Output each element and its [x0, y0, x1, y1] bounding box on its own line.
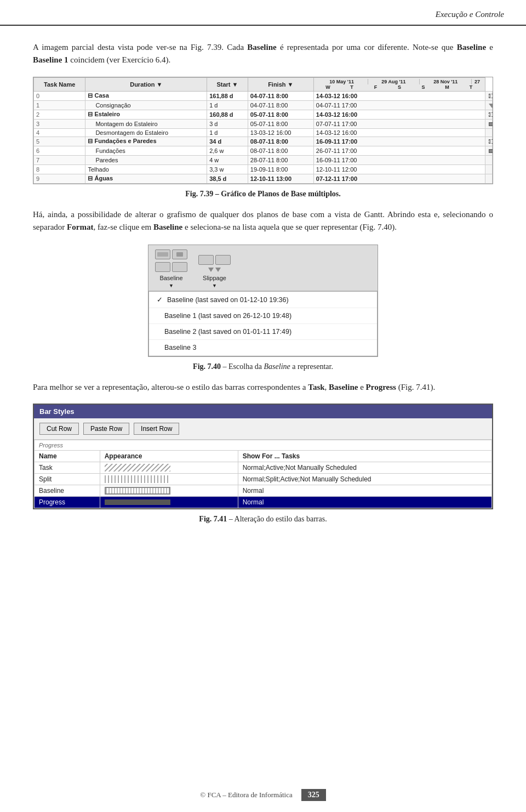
fig741-caption: Fig. 7.41 – Alteração do estilo das barr…	[33, 515, 493, 524]
baseline-dropdown: Baseline ▼ Slippage ▼	[148, 245, 378, 357]
row-appearance	[100, 485, 238, 497]
row-id: 7	[34, 155, 85, 164]
cut-row-button[interactable]: Cut Row	[39, 423, 79, 435]
gantt-table: Task Name Duration ▼ Start ▼ Finish ▼ 10…	[33, 77, 493, 184]
col-finish: Finish ▼	[248, 77, 313, 91]
duration: 161,88 d	[207, 91, 248, 100]
row-name: Split	[35, 474, 100, 485]
finish: 14-03-12 16:00	[313, 91, 485, 100]
table-row: 8 Telhado 3,3 w 19-09-11 8:00 12-10-11 1…	[34, 164, 493, 174]
duration: 1 d	[207, 100, 248, 110]
table-row: 9 ⊟ Águas 38,5 d 12-10-11 13:00 07-12-11…	[34, 174, 493, 183]
start: 05-07-11 8:00	[248, 110, 313, 119]
paste-row-button[interactable]: Paste Row	[83, 423, 129, 435]
col-start: Start ▼	[207, 77, 248, 91]
finish: 14-03-12 16:00	[313, 128, 485, 137]
row-id: 3	[34, 119, 85, 128]
duration: 3 d	[207, 119, 248, 128]
bar-cell	[485, 164, 493, 174]
bar-cell	[485, 155, 493, 164]
duration: 38,5 d	[207, 174, 248, 183]
row-show-for: Normal;Split;Active;Not Manually Schedul…	[238, 474, 491, 485]
start: 08-07-11 8:00	[248, 146, 313, 155]
bar-styles-table: Progress Name Appearance Show For ... Ta…	[34, 440, 492, 508]
row-id: 4	[34, 128, 85, 137]
row-show-for: Normal	[238, 485, 491, 497]
row-id: 9	[34, 174, 85, 183]
task-name: Fundações	[85, 146, 207, 155]
finish: 16-09-11 17:00	[313, 155, 485, 164]
duration: 34 d	[207, 137, 248, 146]
row-name: Task	[35, 462, 100, 474]
baseline-menu-item-1[interactable]: Baseline 1 (last saved on 26-12-10 19:48…	[149, 308, 377, 324]
row-id: 8	[34, 164, 85, 174]
header-title: Execução e Controle	[436, 10, 504, 19]
table-row: 6 Fundações 2,6 w 08-07-11 8:00 26-07-11…	[34, 146, 493, 155]
start: 12-10-11 13:00	[248, 174, 313, 183]
table-row: Split Normal;Split;Active;Not Manually S…	[35, 474, 492, 485]
start: 28-07-11 8:00	[248, 155, 313, 164]
table-row: 2 ⊟ Estaleiro 160,88 d 05-07-11 8:00 14-…	[34, 110, 493, 119]
task-name: ⊟ Águas	[85, 174, 207, 183]
row-appearance	[100, 474, 238, 485]
baseline-menu-item-3[interactable]: Baseline 3	[149, 340, 377, 356]
row-id: 0	[34, 91, 85, 100]
copyright: © FCA – Editora de Informática	[200, 791, 292, 799]
bar-cell	[485, 119, 493, 128]
finish: 07-07-11 17:00	[313, 119, 485, 128]
row-appearance	[100, 462, 238, 474]
table-row: Progress Normal	[35, 497, 492, 508]
intro-paragraph: A imagem parcial desta vista pode ver-se…	[33, 41, 493, 67]
menu-item-label: Baseline (last saved on 01-12-10 19:36)	[167, 296, 289, 304]
duration: 4 w	[207, 155, 248, 164]
start: 08-07-11 8:00	[248, 137, 313, 146]
row-id: 5	[34, 137, 85, 146]
bar-cell	[485, 146, 493, 155]
duration: 160,88 d	[207, 110, 248, 119]
baseline-toolbar-label: Baseline	[159, 275, 182, 281]
fig739-caption: Fig. 7.39 – Gráfico de Planos de Base mú…	[33, 190, 493, 198]
menu-item-label: Baseline 1 (last saved on 26-12-10 19:48…	[164, 312, 291, 320]
task-name: Paredes	[85, 155, 207, 164]
duration: 1 d	[207, 128, 248, 137]
finish: 07-12-11 17:00	[313, 174, 485, 183]
baseline-menu-item-2[interactable]: Baseline 2 (last saved on 01-01-11 17:49…	[149, 324, 377, 340]
task-name: ⊟ Estaleiro	[85, 110, 207, 119]
fig740-figure: Baseline ▼ Slippage ▼	[33, 245, 493, 357]
finish: 16-09-11 17:00	[313, 137, 485, 146]
bar-cell	[485, 128, 493, 137]
para2: Há, ainda, a possibilidade de alterar o …	[33, 208, 493, 234]
col-name: Name	[35, 451, 100, 462]
fig741-figure: Bar Styles Cut Row Paste Row Insert Row …	[33, 404, 493, 509]
bar-cell	[485, 137, 493, 146]
fig740-caption: Fig. 7.40 – Escolha da Baseline a repres…	[33, 362, 493, 371]
baseline-menu-item-0[interactable]: Baseline (last saved on 01-12-10 19:36)	[149, 292, 377, 308]
bar-cell	[485, 110, 493, 119]
duration: 3,3 w	[207, 164, 248, 174]
col-task-name: Task Name	[34, 77, 85, 91]
page-header: Execução e Controle	[0, 0, 526, 26]
bar-cell	[485, 91, 493, 100]
finish: 04-07-11 17:00	[313, 100, 485, 110]
slippage-toolbar-label: Slippage	[203, 275, 226, 281]
task-name: Consignação	[85, 100, 207, 110]
menu-item-label: Baseline 2 (last saved on 01-01-11 17:49…	[164, 328, 291, 336]
start: 05-07-11 8:00	[248, 119, 313, 128]
col-chart: 10 May '11 29 Aug '11 28 Nov '11 27 W T …	[313, 77, 485, 91]
start: 19-09-11 8:00	[248, 164, 313, 174]
row-show-for: Normal	[238, 497, 491, 508]
task-name: Montagem do Estaleiro	[85, 119, 207, 128]
table-row: Task Normal;Active;Not Manually Schedule…	[35, 462, 492, 474]
table-row: 4 Desmontagem do Estaleiro 1 d 13-03-12 …	[34, 128, 493, 137]
insert-row-button[interactable]: Insert Row	[134, 423, 179, 435]
start: 04-07-11 8:00	[248, 91, 313, 100]
start: 13-03-12 16:00	[248, 128, 313, 137]
para3: Para melhor se ver a representação, alte…	[33, 381, 493, 394]
bar-cell	[485, 174, 493, 183]
main-content: A imagem parcial desta vista pode ver-se…	[0, 26, 526, 566]
duration: 2,6 w	[207, 146, 248, 155]
task-name: ⊟ Casa	[85, 91, 207, 100]
task-name: Desmontagem do Estaleiro	[85, 128, 207, 137]
finish: 14-03-12 16:00	[313, 110, 485, 119]
finish: 26-07-11 17:00	[313, 146, 485, 155]
